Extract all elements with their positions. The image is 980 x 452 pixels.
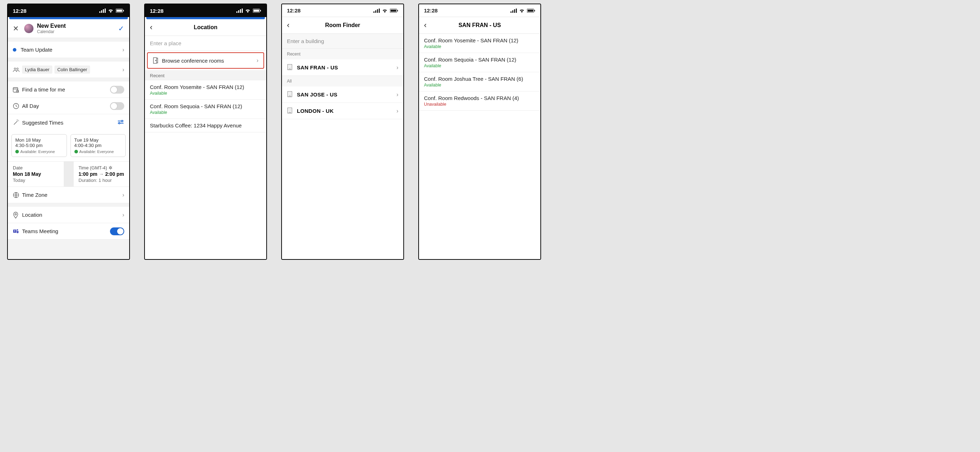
nav-bar: ‹ Location xyxy=(145,19,266,36)
room-status: Available xyxy=(150,110,261,115)
svg-rect-36 xyxy=(288,91,292,97)
signal-icon xyxy=(99,8,106,13)
room-name: Conf. Room Joshua Tree - SAN FRAN (6) xyxy=(424,76,535,82)
svg-point-15 xyxy=(15,213,16,215)
room-name: Conf. Room Sequoia - SAN FRAN (12) xyxy=(424,57,535,63)
content: Enter a place Browse conference rooms › … xyxy=(145,36,266,259)
room-status: Available xyxy=(424,44,535,49)
save-check-icon[interactable]: ✓ xyxy=(118,24,124,33)
room-name: Conf. Room Yosemite - SAN FRAN (12) xyxy=(150,84,261,90)
building-label: SAN FRAN - US xyxy=(297,64,394,70)
room-status: Unavailable xyxy=(424,102,535,107)
svg-rect-37 xyxy=(288,108,292,113)
building-row[interactable]: SAN FRAN - US › xyxy=(282,59,403,76)
nav-title-wrap: New Event Calendar xyxy=(37,23,115,34)
attendee-chip[interactable]: Colin Ballinger xyxy=(54,65,90,74)
svg-rect-44 xyxy=(534,10,535,11)
suggestion-time: 4:30-5:00 pm xyxy=(15,143,63,148)
content: Enter a building Recent SAN FRAN - US › … xyxy=(282,34,403,259)
room-row[interactable]: Conf. Room Sequoia - SAN FRAN (12) Avail… xyxy=(145,100,266,119)
find-time-toggle[interactable] xyxy=(110,86,124,94)
suggestion-card[interactable]: Tue 19 May 4:00-4:30 pm Available: Every… xyxy=(70,134,126,157)
svg-point-7 xyxy=(14,68,16,69)
nav-bar: ✕ New Event Calendar ✓ xyxy=(8,19,129,38)
svg-rect-39 xyxy=(512,10,513,13)
battery-icon xyxy=(390,8,398,13)
svg-point-8 xyxy=(17,68,18,69)
suggestion-date: Tue 19 May xyxy=(75,137,122,143)
find-time-row[interactable]: Find a time for me xyxy=(8,81,129,98)
all-day-toggle[interactable] xyxy=(110,102,124,110)
chevron-right-icon: › xyxy=(119,67,124,73)
date-block[interactable]: Date Mon 18 May Today xyxy=(8,162,64,186)
svg-point-12 xyxy=(121,120,123,122)
svg-rect-19 xyxy=(236,11,237,13)
door-icon xyxy=(153,57,162,64)
chevron-right-icon: › xyxy=(254,57,258,64)
nav-subtitle: Calendar xyxy=(37,29,115,34)
timezone-row[interactable]: Time Zone › xyxy=(8,187,129,203)
suggestion-time: 4:00-4:30 pm xyxy=(75,143,122,148)
location-row[interactable]: Location › xyxy=(8,207,129,223)
attendee-chip[interactable]: Lydia Bauer xyxy=(22,65,52,74)
room-row[interactable]: Conf. Room Yosemite - SAN FRAN (12) Avai… xyxy=(419,34,540,53)
date-sub: Today xyxy=(13,178,59,183)
location-pin-icon xyxy=(13,212,22,218)
room-status: Available xyxy=(424,83,535,88)
time-block[interactable]: Time (GMT-4) ✲ 1:00 pm→2:00 pm Duration:… xyxy=(74,162,130,186)
attendee-chips: Lydia Bauer Colin Ballinger xyxy=(22,65,119,74)
wifi-icon xyxy=(519,8,525,13)
chevron-right-icon: › xyxy=(119,192,124,198)
calendar-search-icon xyxy=(13,86,22,93)
screen-new-event: 12:28 ✕ New Event Calendar ✓ Team Update… xyxy=(7,3,130,260)
event-title-row[interactable]: Team Update › xyxy=(8,41,129,58)
avatar[interactable] xyxy=(24,24,33,33)
building-row[interactable]: SAN JOSE - US › xyxy=(282,86,403,103)
back-icon[interactable]: ‹ xyxy=(150,23,160,32)
status-bar: 12:28 xyxy=(8,4,129,17)
svg-rect-22 xyxy=(242,8,243,13)
all-day-row[interactable]: All Day xyxy=(8,98,129,114)
nav-title: Location xyxy=(160,24,261,30)
building-row[interactable]: LONDON - UK › xyxy=(282,103,403,119)
room-status: Available xyxy=(424,64,535,68)
status-time: 12:28 xyxy=(287,8,301,14)
battery-icon xyxy=(116,8,124,13)
svg-rect-40 xyxy=(514,9,515,13)
status-icons xyxy=(99,8,124,13)
svg-rect-0 xyxy=(99,11,100,13)
room-row[interactable]: Conf. Room Joshua Tree - SAN FRAN (6) Av… xyxy=(419,72,540,91)
room-row[interactable]: Conf. Room Redwoods - SAN FRAN (4) Unava… xyxy=(419,91,540,111)
close-icon[interactable]: ✕ xyxy=(13,24,21,33)
svg-rect-3 xyxy=(105,8,106,13)
building-icon xyxy=(287,64,297,71)
search-input[interactable]: Enter a building xyxy=(282,34,403,49)
svg-rect-5 xyxy=(116,10,122,12)
room-row[interactable]: Conf. Room Yosemite - SAN FRAN (12) Avai… xyxy=(145,80,266,100)
wand-icon xyxy=(13,119,22,126)
browse-rooms-row[interactable]: Browse conference rooms › xyxy=(147,53,264,69)
back-icon[interactable]: ‹ xyxy=(424,21,434,30)
back-icon[interactable]: ‹ xyxy=(287,21,297,30)
teams-label: Teams Meeting xyxy=(22,228,110,234)
svg-rect-28 xyxy=(374,11,374,13)
svg-rect-21 xyxy=(240,9,241,13)
attendees-row[interactable]: Lydia Bauer Colin Ballinger › xyxy=(8,62,129,78)
place-row[interactable]: Starbucks Coffee: 1234 Happy Avenue xyxy=(145,119,266,132)
people-icon xyxy=(13,67,22,72)
nav-bar: ‹ Room Finder xyxy=(282,17,403,34)
sliders-icon[interactable] xyxy=(117,119,124,126)
status-icons xyxy=(236,8,261,13)
search-input[interactable]: Enter a place xyxy=(145,36,266,51)
suggestion-card[interactable]: Mon 18 May 4:30-5:00 pm Available: Every… xyxy=(11,134,67,157)
all-day-label: All Day xyxy=(22,103,110,109)
nav-title: New Event xyxy=(37,23,115,29)
room-row[interactable]: Conf. Room Sequoia - SAN FRAN (12) Avail… xyxy=(419,53,540,72)
suggested-times-row[interactable]: Suggested Times xyxy=(8,114,129,131)
teams-toggle[interactable] xyxy=(110,228,124,235)
status-time: 12:28 xyxy=(150,8,163,14)
building-label: LONDON - UK xyxy=(297,108,394,114)
date-time-row[interactable]: Date Mon 18 May Today Time (GMT-4) ✲ 1:0… xyxy=(8,162,129,187)
teams-meeting-row[interactable]: T Teams Meeting xyxy=(8,223,129,240)
svg-rect-43 xyxy=(528,10,533,12)
